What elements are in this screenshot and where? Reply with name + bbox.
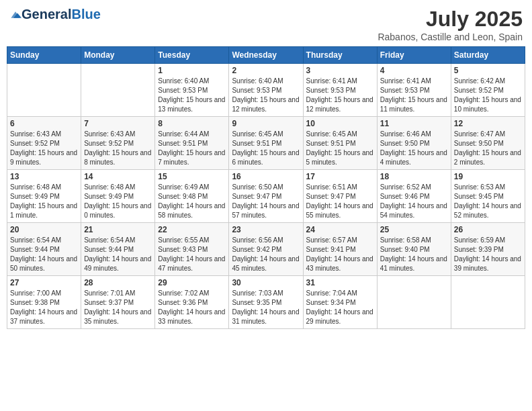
weekday-header-friday: Friday [377, 47, 451, 64]
calendar-cell: 27Sunrise: 7:00 AMSunset: 9:38 PMDayligh… [7, 276, 81, 329]
logo-blue: Blue [71, 7, 100, 22]
page-header: GeneralBlue July 2025 Rabanos, Castille … [7, 7, 525, 42]
day-info: Sunrise: 6:49 AMSunset: 9:48 PMDaylight:… [158, 183, 226, 220]
day-number: 29 [158, 278, 226, 287]
day-info: Sunrise: 6:48 AMSunset: 9:49 PMDaylight:… [10, 183, 78, 220]
calendar-cell: 22Sunrise: 6:55 AMSunset: 9:43 PMDayligh… [155, 223, 229, 276]
day-info: Sunrise: 6:43 AMSunset: 9:52 PMDaylight:… [10, 130, 78, 167]
calendar-cell: 31Sunrise: 7:04 AMSunset: 9:34 PMDayligh… [303, 276, 377, 329]
day-number: 18 [380, 172, 448, 181]
weekday-header-thursday: Thursday [303, 47, 377, 64]
day-number: 14 [84, 172, 152, 181]
day-number: 11 [380, 119, 448, 128]
day-info: Sunrise: 6:40 AMSunset: 9:53 PMDaylight:… [232, 77, 300, 114]
day-number: 31 [306, 278, 374, 287]
calendar-cell: 18Sunrise: 6:52 AMSunset: 9:46 PMDayligh… [377, 170, 451, 223]
day-info: Sunrise: 6:55 AMSunset: 9:43 PMDaylight:… [158, 236, 226, 273]
day-number: 7 [84, 119, 152, 128]
calendar-cell: 19Sunrise: 6:53 AMSunset: 9:45 PMDayligh… [451, 170, 525, 223]
logo: GeneralBlue [9, 7, 101, 22]
day-number: 30 [232, 278, 300, 287]
calendar-cell: 13Sunrise: 6:48 AMSunset: 9:49 PMDayligh… [7, 170, 81, 223]
day-info: Sunrise: 6:48 AMSunset: 9:49 PMDaylight:… [84, 183, 152, 220]
day-number: 23 [232, 225, 300, 234]
calendar-week-5: 27Sunrise: 7:00 AMSunset: 9:38 PMDayligh… [7, 276, 525, 329]
calendar-week-3: 13Sunrise: 6:48 AMSunset: 9:49 PMDayligh… [7, 170, 525, 223]
calendar-cell: 17Sunrise: 6:51 AMSunset: 9:47 PMDayligh… [303, 170, 377, 223]
logo-text: GeneralBlue [9, 7, 101, 22]
day-info: Sunrise: 6:59 AMSunset: 9:39 PMDaylight:… [454, 236, 522, 273]
calendar-cell: 28Sunrise: 7:01 AMSunset: 9:37 PMDayligh… [81, 276, 155, 329]
day-number: 12 [454, 119, 522, 128]
calendar-cell: 1Sunrise: 6:40 AMSunset: 9:53 PMDaylight… [155, 64, 229, 117]
calendar-cell: 24Sunrise: 6:57 AMSunset: 9:41 PMDayligh… [303, 223, 377, 276]
month-year: July 2025 [378, 7, 523, 32]
day-number: 8 [158, 119, 226, 128]
calendar-cell: 6Sunrise: 6:43 AMSunset: 9:52 PMDaylight… [7, 117, 81, 170]
calendar-cell: 3Sunrise: 6:41 AMSunset: 9:53 PMDaylight… [303, 64, 377, 117]
calendar-cell: 23Sunrise: 6:56 AMSunset: 9:42 PMDayligh… [229, 223, 303, 276]
calendar-cell: 11Sunrise: 6:46 AMSunset: 9:50 PMDayligh… [377, 117, 451, 170]
logo-icon [9, 9, 21, 21]
weekday-header-wednesday: Wednesday [229, 47, 303, 64]
calendar-cell: 9Sunrise: 6:45 AMSunset: 9:51 PMDaylight… [229, 117, 303, 170]
weekday-header-saturday: Saturday [451, 47, 525, 64]
calendar-cell: 25Sunrise: 6:58 AMSunset: 9:40 PMDayligh… [377, 223, 451, 276]
logo-general: General [21, 7, 71, 22]
calendar-cell: 5Sunrise: 6:42 AMSunset: 9:52 PMDaylight… [451, 64, 525, 117]
day-info: Sunrise: 7:03 AMSunset: 9:35 PMDaylight:… [232, 289, 300, 326]
day-info: Sunrise: 6:54 AMSunset: 9:44 PMDaylight:… [84, 236, 152, 273]
day-number: 17 [306, 172, 374, 181]
calendar-week-4: 20Sunrise: 6:54 AMSunset: 9:44 PMDayligh… [7, 223, 525, 276]
calendar-header-row: SundayMondayTuesdayWednesdayThursdayFrid… [7, 47, 525, 64]
calendar-week-1: 1Sunrise: 6:40 AMSunset: 9:53 PMDaylight… [7, 64, 525, 117]
day-info: Sunrise: 6:44 AMSunset: 9:51 PMDaylight:… [158, 130, 226, 167]
day-number: 19 [454, 172, 522, 181]
calendar-cell [7, 64, 81, 117]
calendar-cell: 30Sunrise: 7:03 AMSunset: 9:35 PMDayligh… [229, 276, 303, 329]
calendar-cell: 12Sunrise: 6:47 AMSunset: 9:50 PMDayligh… [451, 117, 525, 170]
calendar-cell: 16Sunrise: 6:50 AMSunset: 9:47 PMDayligh… [229, 170, 303, 223]
day-info: Sunrise: 6:42 AMSunset: 9:52 PMDaylight:… [454, 77, 522, 114]
day-number: 28 [84, 278, 152, 287]
day-info: Sunrise: 6:45 AMSunset: 9:51 PMDaylight:… [306, 130, 374, 167]
calendar-cell: 8Sunrise: 6:44 AMSunset: 9:51 PMDaylight… [155, 117, 229, 170]
day-info: Sunrise: 6:46 AMSunset: 9:50 PMDaylight:… [380, 130, 448, 167]
day-number: 26 [454, 225, 522, 234]
day-number: 6 [10, 119, 78, 128]
day-number: 5 [454, 66, 522, 75]
calendar-cell: 20Sunrise: 6:54 AMSunset: 9:44 PMDayligh… [7, 223, 81, 276]
day-number: 4 [380, 66, 448, 75]
calendar-table: SundayMondayTuesdayWednesdayThursdayFrid… [7, 46, 525, 329]
day-info: Sunrise: 6:45 AMSunset: 9:51 PMDaylight:… [232, 130, 300, 167]
day-number: 9 [232, 119, 300, 128]
day-info: Sunrise: 6:56 AMSunset: 9:42 PMDaylight:… [232, 236, 300, 273]
day-info: Sunrise: 6:53 AMSunset: 9:45 PMDaylight:… [454, 183, 522, 220]
day-info: Sunrise: 7:01 AMSunset: 9:37 PMDaylight:… [84, 289, 152, 326]
calendar-cell [451, 276, 525, 329]
day-info: Sunrise: 6:52 AMSunset: 9:46 PMDaylight:… [380, 183, 448, 220]
day-number: 21 [84, 225, 152, 234]
day-info: Sunrise: 7:02 AMSunset: 9:36 PMDaylight:… [158, 289, 226, 326]
calendar-cell: 21Sunrise: 6:54 AMSunset: 9:44 PMDayligh… [81, 223, 155, 276]
calendar-cell [377, 276, 451, 329]
day-info: Sunrise: 6:41 AMSunset: 9:53 PMDaylight:… [380, 77, 448, 114]
day-number: 13 [10, 172, 78, 181]
day-number: 16 [232, 172, 300, 181]
day-info: Sunrise: 6:54 AMSunset: 9:44 PMDaylight:… [10, 236, 78, 273]
calendar-cell: 7Sunrise: 6:43 AMSunset: 9:52 PMDaylight… [81, 117, 155, 170]
location: Rabanos, Castille and Leon, Spain [378, 32, 523, 42]
day-info: Sunrise: 6:58 AMSunset: 9:40 PMDaylight:… [380, 236, 448, 273]
weekday-header-tuesday: Tuesday [155, 47, 229, 64]
title-block: July 2025 Rabanos, Castille and Leon, Sp… [378, 7, 523, 42]
day-info: Sunrise: 6:50 AMSunset: 9:47 PMDaylight:… [232, 183, 300, 220]
day-number: 27 [10, 278, 78, 287]
day-info: Sunrise: 6:51 AMSunset: 9:47 PMDaylight:… [306, 183, 374, 220]
calendar-cell: 15Sunrise: 6:49 AMSunset: 9:48 PMDayligh… [155, 170, 229, 223]
day-info: Sunrise: 6:57 AMSunset: 9:41 PMDaylight:… [306, 236, 374, 273]
day-info: Sunrise: 6:41 AMSunset: 9:53 PMDaylight:… [306, 77, 374, 114]
day-info: Sunrise: 7:04 AMSunset: 9:34 PMDaylight:… [306, 289, 374, 326]
day-number: 3 [306, 66, 374, 75]
calendar-cell: 4Sunrise: 6:41 AMSunset: 9:53 PMDaylight… [377, 64, 451, 117]
day-number: 15 [158, 172, 226, 181]
